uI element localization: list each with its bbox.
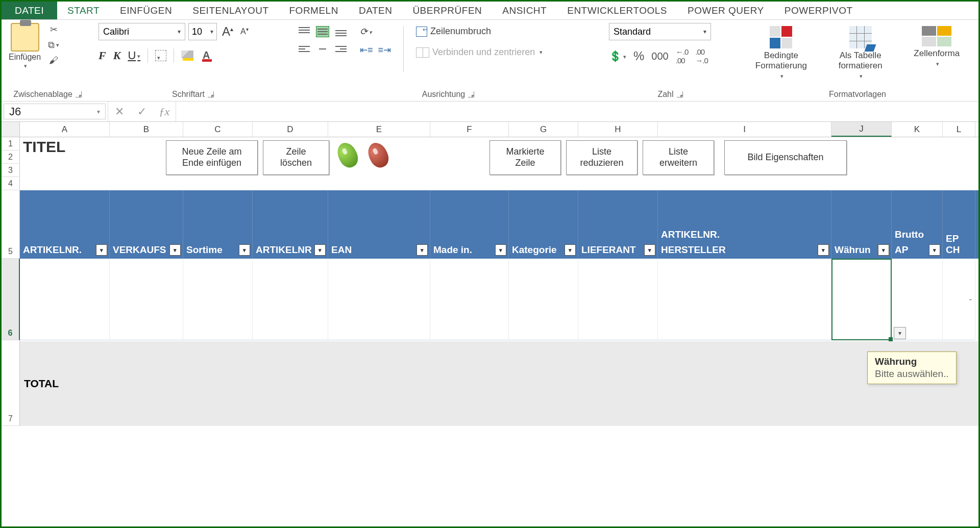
btn-marked-row[interactable]: Markierte Zeile — [489, 140, 561, 175]
row-header-6[interactable]: 6 — [2, 259, 20, 340]
paste-button[interactable]: Einfügen — [7, 23, 43, 69]
merge-center-button[interactable]: Verbinden und zentrieren — [416, 47, 543, 58]
key-green-icon[interactable] — [336, 142, 359, 170]
conditional-formatting-button[interactable]: Bedingte Formatierung — [750, 26, 812, 80]
tab-developer[interactable]: ENTWICKLERTOOLS — [557, 2, 677, 19]
font-color-button[interactable]: A — [201, 49, 212, 62]
cell-A6[interactable] — [20, 259, 110, 340]
tab-powerpivot[interactable]: POWERPIVOT — [774, 2, 863, 19]
cell-L6[interactable]: - — [943, 259, 975, 340]
row-header-3[interactable]: 3 — [2, 164, 20, 177]
th-waehrung[interactable]: Währun▾ — [831, 190, 892, 259]
comma-style-button[interactable]: 000 — [651, 51, 668, 62]
col-header-G[interactable]: G — [509, 122, 578, 137]
border-button[interactable] — [155, 50, 166, 61]
btn-reduce-list[interactable]: Liste reduzieren — [566, 140, 638, 175]
col-header-L[interactable]: L — [943, 122, 975, 137]
percent-button[interactable]: % — [633, 49, 644, 63]
font-size-select[interactable]: 10▾ — [188, 23, 217, 40]
col-header-H[interactable]: H — [578, 122, 658, 137]
name-box[interactable]: J6▾ — [4, 104, 106, 119]
align-middle-button[interactable] — [316, 26, 329, 37]
filter-icon[interactable]: ▾ — [565, 244, 576, 256]
th-epch[interactable]: EP CH — [943, 190, 975, 259]
th-ean[interactable]: EAN▾ — [328, 190, 430, 259]
col-header-C[interactable]: C — [183, 122, 253, 137]
cell-H6[interactable] — [578, 259, 658, 340]
col-header-K[interactable]: K — [892, 122, 943, 137]
enter-formula-icon[interactable]: ✓ — [131, 102, 153, 121]
tab-pagelayout[interactable]: SEITENLAYOUT — [182, 2, 279, 19]
th-artikelnr[interactable]: ARTIKELNR.▾ — [20, 190, 110, 259]
row-header-5[interactable]: 5 — [2, 190, 20, 259]
align-left-button[interactable] — [298, 43, 311, 55]
cell-styles-button[interactable]: Zellenforma — [909, 26, 965, 67]
col-header-E[interactable]: E — [328, 122, 430, 137]
row-header-4[interactable]: 4 — [2, 177, 20, 190]
col-header-F[interactable]: F — [430, 122, 509, 137]
tab-powerquery[interactable]: POWER QUERY — [677, 2, 774, 19]
th-hersteller[interactable]: ARTIKELNR.HERSTELLER▾ — [658, 190, 831, 259]
th-ap[interactable]: BruttoAP▾ — [892, 190, 943, 259]
cancel-formula-icon[interactable]: ✕ — [108, 102, 131, 121]
tab-view[interactable]: ANSICHT — [492, 2, 557, 19]
cell-title[interactable]: TITEL — [23, 138, 65, 156]
bold-button[interactable]: F — [99, 49, 106, 62]
filter-icon[interactable]: ▾ — [169, 244, 181, 256]
filter-icon[interactable]: ▾ — [929, 244, 940, 256]
increase-indent-button[interactable]: ≡⇥ — [378, 44, 391, 56]
filter-icon[interactable]: ▾ — [416, 244, 428, 256]
th-verkaufs[interactable]: VERKAUFS▾ — [110, 190, 183, 259]
data-validation-dropdown-icon[interactable]: ▾ — [894, 327, 906, 339]
cut-icon[interactable]: ✂ — [47, 24, 60, 35]
col-header-D[interactable]: D — [253, 122, 328, 137]
th-kategorie[interactable]: Kategorie▾ — [509, 190, 578, 259]
cell-C6[interactable] — [183, 259, 253, 340]
clipboard-dialog-icon[interactable] — [76, 91, 82, 97]
btn-expand-list[interactable]: Liste erweitern — [643, 140, 714, 175]
row-header-2[interactable]: 2 — [2, 150, 20, 164]
cell-I6[interactable] — [658, 259, 831, 340]
filter-icon[interactable]: ▾ — [878, 244, 889, 256]
tab-insert[interactable]: EINFÜGEN — [110, 2, 182, 19]
filter-icon[interactable]: ▾ — [239, 244, 250, 256]
underline-button[interactable]: U — [128, 49, 140, 62]
insert-function-button[interactable]: ƒx — [153, 102, 176, 121]
th-sortime[interactable]: Sortime▾ — [183, 190, 253, 259]
tab-file[interactable]: DATEI — [2, 2, 57, 19]
alignment-dialog-icon[interactable] — [468, 91, 474, 97]
select-all-corner[interactable] — [2, 122, 20, 137]
row-header-7[interactable]: 7 — [2, 340, 20, 426]
shrink-font-icon[interactable]: A▾ — [238, 27, 251, 36]
cell-E6[interactable] — [328, 259, 430, 340]
orientation-button[interactable]: ⟳ — [360, 26, 372, 38]
tab-data[interactable]: DATEN — [349, 2, 402, 19]
cell-B6[interactable] — [110, 259, 183, 340]
btn-delete-row[interactable]: Zeile löschen — [263, 140, 329, 175]
filter-icon[interactable]: ▾ — [314, 244, 326, 256]
filter-icon[interactable]: ▾ — [495, 244, 506, 256]
font-name-select[interactable]: Calibri▾ — [99, 23, 185, 40]
th-lieferant[interactable]: LIEFERANT▾ — [578, 190, 658, 259]
wrap-text-button[interactable]: Zeilenumbruch — [416, 26, 543, 37]
grow-font-icon[interactable]: A▴ — [220, 24, 235, 39]
filter-icon[interactable]: ▾ — [644, 244, 655, 256]
align-center-button[interactable] — [316, 43, 329, 55]
th-madein[interactable]: Made in.▾ — [430, 190, 509, 259]
th-artikelnr2[interactable]: ARTIKELNR▾ — [253, 190, 328, 259]
formula-input[interactable] — [176, 102, 978, 121]
cell-F6[interactable] — [430, 259, 509, 340]
row-header-1[interactable]: 1 — [2, 137, 20, 150]
tab-review[interactable]: ÜBERPRÜFEN — [402, 2, 492, 19]
key-red-icon[interactable] — [367, 142, 389, 170]
btn-image-properties[interactable]: Bild Eigenschaften — [724, 140, 847, 175]
decrease-indent-button[interactable]: ⇤≡ — [360, 44, 373, 56]
filter-icon[interactable]: ▾ — [818, 244, 829, 256]
decrease-decimal-button[interactable]: .00→.0 — [695, 47, 708, 65]
increase-decimal-button[interactable]: ←.0.00 — [676, 47, 689, 65]
cell-D6[interactable] — [253, 259, 328, 340]
align-top-button[interactable] — [298, 26, 311, 37]
accounting-format-button[interactable]: 💲 — [609, 50, 626, 62]
sheet-area[interactable]: TITEL Neue Zeile am Ende einfügen Zeile … — [20, 137, 978, 426]
tab-formulas[interactable]: FORMELN — [279, 2, 349, 19]
